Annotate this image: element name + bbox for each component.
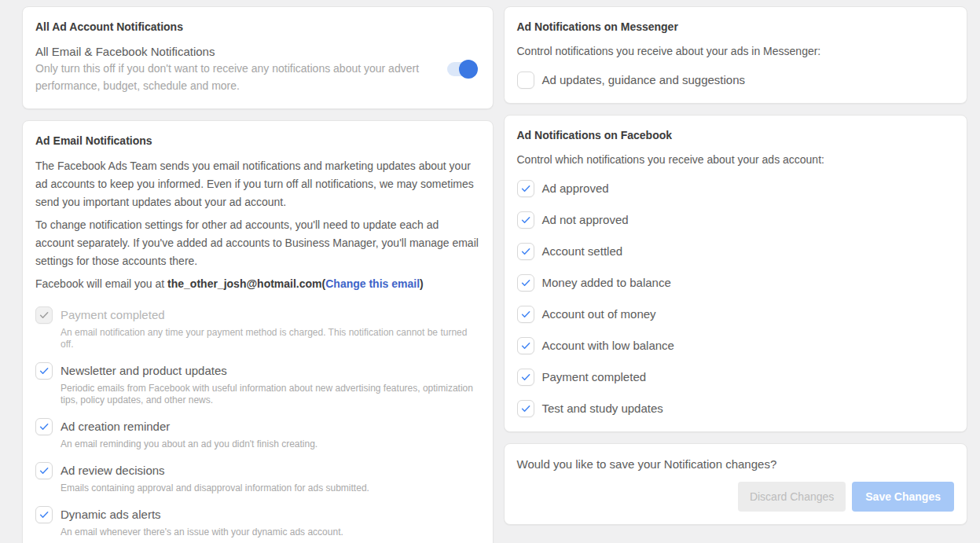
checkbox[interactable] (517, 180, 534, 197)
save-changes-card: Would you like to save your Notification… (504, 443, 968, 525)
card-title: All Ad Account Notifications (35, 20, 480, 34)
ad-notification-settings-page: All Ad Account Notifications All Email &… (0, 0, 980, 543)
checkbox[interactable] (35, 462, 53, 479)
checkbox-item: Test and study updates (517, 400, 955, 417)
check-icon (39, 421, 50, 432)
checkbox-label: Newsletter and product updates (61, 364, 475, 378)
checkbox[interactable] (517, 400, 534, 417)
facebook-options-list: Ad approved Ad not approved (517, 180, 955, 417)
checkbox-label: Ad review decisions (61, 464, 369, 478)
checkbox-description: An email notification any time your paym… (61, 327, 475, 350)
checkbox[interactable] (517, 243, 534, 260)
check-icon (39, 310, 50, 321)
discard-changes-button[interactable]: Discard Changes (738, 482, 846, 512)
check-icon (520, 277, 531, 288)
user-email: the_other_josh@hotmail.com (167, 277, 321, 290)
checkbox[interactable] (517, 274, 534, 292)
all-notifications-toggle-row: All Email & Facebook Notifications Only … (35, 43, 480, 94)
right-column: Ad Notifications on Messenger Control no… (504, 6, 968, 525)
checkbox-text: Account out of money (542, 306, 656, 321)
checkbox-description: An email whenever there's an issue with … (61, 526, 343, 538)
checkbox-text: Ad creation reminder An email reminding … (61, 418, 317, 450)
check-icon (39, 509, 50, 520)
checkbox-label: Account with low balance (542, 339, 674, 353)
close-paren: ) (420, 277, 424, 290)
checkbox[interactable] (517, 72, 534, 89)
toggle-description: Only turn this off if you don't want to … (35, 60, 428, 94)
email-notification-options-list: Payment completed An email notification … (35, 306, 480, 538)
checkbox-label: Ad approved (542, 182, 609, 196)
checkbox-item: Ad not approved (517, 211, 955, 229)
messenger-card-intro: Control notifications you receive about … (517, 43, 955, 59)
checkbox-item: Account out of money (517, 306, 955, 323)
checkbox-description: An email reminding you about an ad you d… (61, 438, 317, 450)
checkbox-item: Payment completed (517, 369, 955, 386)
toggle-text: All Email & Facebook Notifications Only … (35, 43, 447, 94)
checkbox-label: Payment completed (61, 308, 475, 322)
checkbox-item: Dynamic ads alerts An email whenever the… (35, 506, 480, 538)
facebook-card-intro: Control which notifications you receive … (517, 152, 955, 167)
checkbox-label: Ad not approved (542, 213, 629, 227)
checkbox[interactable] (517, 211, 534, 229)
checkbox[interactable] (35, 362, 53, 380)
checkbox-label: Ad updates, guidance and suggestions (542, 73, 746, 87)
facebook-notifications-card: Ad Notifications on Facebook Control whi… (504, 115, 968, 432)
checkbox-label: Payment completed (542, 370, 647, 384)
checkbox-label: Account settled (542, 244, 623, 259)
email-card-paragraph: The Facebook Ads Team sends you email no… (35, 157, 480, 211)
all-notifications-toggle[interactable] (447, 61, 475, 77)
toggle-knob (459, 60, 478, 79)
email-line-prefix: Facebook will email you at (35, 277, 167, 290)
checkbox-item: Ad updates, guidance and suggestions (517, 72, 955, 89)
check-icon (520, 183, 531, 194)
checkbox[interactable] (517, 306, 534, 323)
checkbox-item: Account settled (517, 243, 955, 260)
checkbox-item: Ad approved (517, 180, 955, 197)
checkbox-text: Ad approved (542, 180, 609, 196)
card-title: Ad Notifications on Facebook (517, 129, 955, 142)
checkbox-text: Payment completed (542, 369, 647, 384)
save-button-row: Discard Changes Save Changes (517, 482, 955, 512)
toggle-label: All Email & Facebook Notifications (35, 43, 428, 60)
checkbox[interactable] (35, 418, 53, 435)
messenger-notifications-card: Ad Notifications on Messenger Control no… (504, 6, 968, 104)
checkbox-text: Account settled (542, 243, 623, 259)
check-icon (520, 246, 531, 257)
checkbox-label: Account out of money (542, 307, 656, 321)
checkbox-description: Periodic emails from Facebook with usefu… (61, 383, 475, 406)
checkbox-text: Ad review decisions Emails containing ap… (61, 462, 369, 494)
check-icon (520, 309, 531, 320)
checkbox-label: Dynamic ads alerts (61, 508, 343, 522)
checkbox[interactable] (517, 369, 534, 386)
checkbox-label: Money added to balance (542, 276, 671, 290)
check-icon (520, 215, 531, 226)
check-icon (520, 372, 531, 383)
checkbox-description: Emails containing approval and disapprov… (61, 482, 369, 494)
ad-email-notifications-card: Ad Email Notifications The Facebook Ads … (22, 120, 494, 543)
email-card-paragraph: To change notification settings for othe… (35, 216, 480, 270)
checkbox[interactable] (35, 506, 53, 523)
checkbox-text: Newsletter and product updates Periodic … (61, 362, 475, 406)
all-ad-account-notifications-card: All Ad Account Notifications All Email &… (22, 6, 494, 109)
checkbox[interactable] (517, 337, 534, 354)
checkbox-text: Money added to balance (542, 274, 671, 290)
checkbox-label: Ad creation reminder (61, 420, 317, 434)
checkbox-text: Account with low balance (542, 337, 674, 353)
save-changes-button[interactable]: Save Changes (852, 482, 954, 512)
checkbox-item: Ad creation reminder An email reminding … (35, 418, 480, 450)
card-title: Ad Email Notifications (35, 134, 480, 148)
save-question: Would you like to save your Notification… (517, 457, 955, 472)
checkbox-item: Payment completed An email notification … (35, 306, 480, 350)
checkbox-item: Ad review decisions Emails containing ap… (35, 462, 480, 494)
messenger-options-list: Ad updates, guidance and suggestions (517, 72, 955, 89)
checkbox-text: Test and study updates (542, 400, 663, 416)
email-line: Facebook will email you at the_other_jos… (35, 275, 480, 292)
checkbox-text: Ad not approved (542, 211, 629, 227)
checkbox-item: Account with low balance (517, 337, 955, 354)
checkbox-text: Ad updates, guidance and suggestions (542, 72, 746, 87)
checkbox-text: Dynamic ads alerts An email whenever the… (61, 506, 343, 538)
change-email-link[interactable]: Change this email (325, 277, 420, 290)
left-column: All Ad Account Notifications All Email &… (22, 6, 494, 543)
checkbox[interactable] (35, 306, 53, 324)
check-icon (39, 465, 50, 476)
